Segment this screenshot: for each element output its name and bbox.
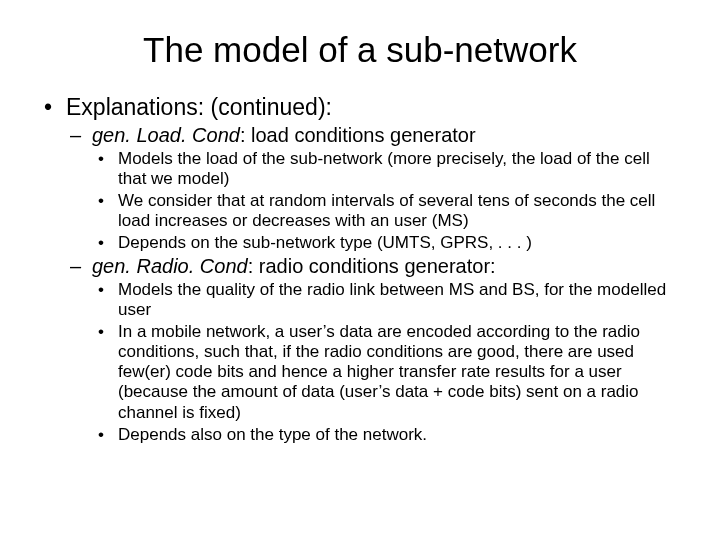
l1-text: Explanations: (continued): [66, 94, 332, 120]
term-loadcond: gen. Load. Cond [92, 124, 240, 146]
term-radiocond: gen. Radio. Cond [92, 255, 248, 277]
slide: The model of a sub-network Explanations:… [0, 0, 720, 540]
bullet-list-l3: Models the load of the sub-network (more… [92, 149, 680, 253]
term-loadcond-desc: : load conditions generator [240, 124, 476, 146]
l1-item: Explanations: (continued): gen. Load. Co… [66, 94, 680, 445]
l2-item-loadcond: gen. Load. Cond: load conditions generat… [92, 124, 680, 253]
l2-item-radiocond: gen. Radio. Cond: radio conditions gener… [92, 255, 680, 444]
l3-item: Depends also on the type of the network. [118, 425, 680, 445]
l3-item: In a mobile network, a user’s data are e… [118, 322, 680, 422]
slide-title: The model of a sub-network [40, 30, 680, 70]
l3-item: Models the load of the sub-network (more… [118, 149, 680, 189]
bullet-list-l3: Models the quality of the radio link bet… [92, 280, 680, 444]
l3-item: Depends on the sub-network type (UMTS, G… [118, 233, 680, 253]
l3-item: Models the quality of the radio link bet… [118, 280, 680, 320]
l3-item: We consider that at random intervals of … [118, 191, 680, 231]
term-radiocond-desc: : radio conditions generator: [248, 255, 496, 277]
bullet-list-l1: Explanations: (continued): gen. Load. Co… [40, 94, 680, 445]
bullet-list-l2: gen. Load. Cond: load conditions generat… [66, 124, 680, 445]
